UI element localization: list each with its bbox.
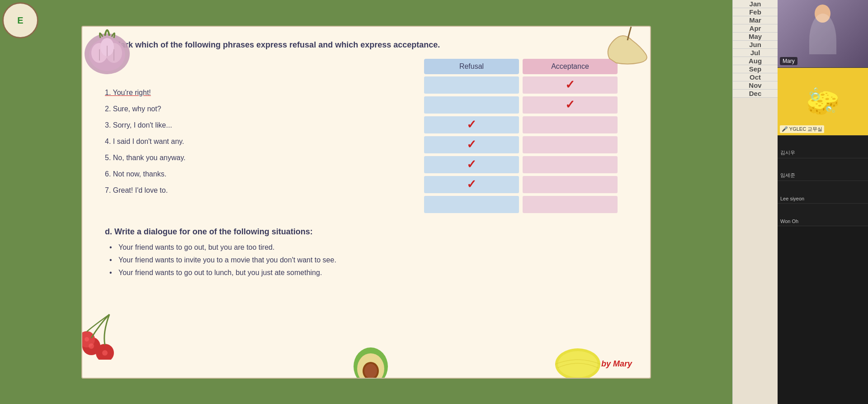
acceptance-cell-5	[523, 156, 618, 173]
month-feb[interactable]: Feb	[733, 8, 778, 16]
check-row-7	[424, 196, 627, 213]
refusal-cell-4: ✓	[424, 136, 519, 153]
question-d-text: d. Write a dialogue for one of the follo…	[105, 227, 627, 237]
checkmark-refusal-5: ✓	[467, 157, 476, 171]
participant-name-label: Won Oh	[780, 219, 798, 224]
participant-slot-won-oh: Won Oh	[778, 204, 868, 226]
slide-paper: c. Mark which of the following phrases e…	[81, 26, 651, 379]
refusal-cell-6: ✓	[424, 176, 519, 193]
logo-circle: E	[2, 2, 38, 38]
mary-avatar-body	[809, 14, 836, 54]
month-mar[interactable]: Mar	[733, 16, 778, 24]
svg-point-13	[85, 337, 89, 342]
acceptance-cell-2: ✓	[523, 96, 618, 114]
participant-mary: Mary	[778, 0, 868, 68]
participant-slot-임세준: 임세준	[778, 158, 868, 181]
phrase-text-3: 3. Sorry, I don't like...	[105, 119, 424, 132]
phrase-row-6: 6. Not now, thanks.	[105, 167, 424, 181]
month-apr[interactable]: Apr	[733, 24, 778, 33]
main-area: E	[0, 0, 778, 404]
phrase-row-5: 5. No, thank you anyway.	[105, 151, 424, 165]
avocado-decoration	[348, 342, 393, 379]
svg-point-12	[102, 350, 108, 356]
checkmark-refusal-4: ✓	[467, 138, 476, 152]
phrase-text-6: 6. Not now, thanks.	[105, 167, 424, 181]
acceptance-cell-7	[523, 196, 618, 213]
phrase-row-4: 4. I said I don't want any.	[105, 135, 424, 148]
refusal-cell-7	[424, 196, 519, 213]
month-aug[interactable]: Aug	[733, 57, 778, 65]
logo-area: E	[2, 2, 47, 43]
other-participants: 김시우임세준Lee siyeonWon Oh	[778, 136, 868, 226]
phrase-row-7: 7. Great! I'd love to.	[105, 184, 424, 197]
participants-panel: Mary 🧽 🎤 YGLEC 교무실 김시우임세준Lee siyeonWon O…	[778, 0, 868, 404]
situation-2: Your friend wants to invite you to a mov…	[109, 256, 627, 264]
lemon-decoration	[551, 342, 605, 379]
check-row-5: ✓	[424, 156, 627, 173]
situation-1: Your friend wants to go out, but you are…	[109, 243, 627, 252]
month-nov[interactable]: Nov	[733, 81, 778, 90]
mary-name-label: Mary	[780, 57, 797, 65]
refusal-cell-3: ✓	[424, 116, 519, 133]
phrase-text-1: 1. You're right!	[105, 86, 424, 100]
months-sidebar: JanFebMarAprMayJunJulAugSepOctNovDec	[732, 0, 778, 404]
phrase-text-4: 4. I said I don't want any.	[105, 135, 424, 148]
check-row-3: ✓	[424, 116, 627, 133]
svg-point-17	[364, 364, 377, 378]
slide-container: E	[0, 0, 732, 404]
situations-list: Your friend wants to go out, but you are…	[105, 243, 627, 277]
garlic-decoration	[81, 26, 137, 76]
refusal-cell-5: ✓	[424, 156, 519, 173]
check-row-4: ✓	[424, 136, 627, 153]
pear-decoration	[600, 26, 651, 67]
yglec-label: 🎤 YGLEC 교무실	[780, 125, 824, 133]
refusal-cell-2	[424, 96, 519, 114]
situation-3: Your friend wants to go out to lunch, bu…	[109, 269, 627, 277]
logo-text: E	[17, 15, 23, 26]
check-table: Refusal Acceptance ✓✓✓✓✓✓	[424, 59, 627, 216]
acceptance-cell-3	[523, 116, 618, 133]
cherries-decoration	[81, 301, 127, 360]
month-jun[interactable]: Jun	[733, 41, 778, 49]
month-sep[interactable]: Sep	[733, 65, 778, 73]
acceptance-cell-1: ✓	[523, 76, 618, 94]
month-jul[interactable]: Jul	[733, 49, 778, 57]
participant-name-label: 김시우	[780, 149, 795, 156]
phrase-text-7: 7. Great! I'd love to.	[105, 184, 424, 197]
participant-slot-김시우: 김시우	[778, 136, 868, 158]
checkmark-acceptance-1: ✓	[565, 78, 575, 92]
month-jan[interactable]: Jan	[733, 0, 778, 8]
phrase-text-2: 2. Sure, why not?	[105, 102, 424, 116]
month-may[interactable]: May	[733, 33, 778, 41]
months-list: JanFebMarAprMayJunJulAugSepOctNovDec	[733, 0, 778, 98]
check-rows: ✓✓✓✓✓✓	[424, 76, 627, 213]
checkmark-refusal-6: ✓	[467, 177, 476, 191]
check-row-6: ✓	[424, 176, 627, 193]
table-header: Refusal Acceptance	[424, 59, 627, 74]
svg-point-19	[558, 351, 598, 377]
month-oct[interactable]: Oct	[733, 73, 778, 81]
phrase-row-3: 3. Sorry, I don't like...	[105, 119, 424, 132]
checkmark-refusal-3: ✓	[467, 118, 476, 132]
phrase-text-5: 5. No, thank you anyway.	[105, 151, 424, 165]
acceptance-cell-4	[523, 136, 618, 153]
participant-slot-lee-siyeon: Lee siyeon	[778, 181, 868, 204]
participant-name-label: 임세준	[780, 172, 795, 179]
participant-spongebob: 🧽 🎤 YGLEC 교무실	[778, 68, 868, 136]
phrase-row-2: 2. Sure, why not?	[105, 102, 424, 116]
check-row-2: ✓	[424, 96, 627, 114]
phrases-column: 1. You're right!2. Sure, why not?3. Sorr…	[105, 59, 424, 216]
phrases-list: 1. You're right!2. Sure, why not?3. Sorr…	[105, 86, 424, 197]
question-c-text: c. Mark which of the following phrases e…	[105, 40, 627, 50]
refusal-cell-1	[424, 76, 519, 94]
check-row-1: ✓	[424, 76, 627, 94]
month-dec[interactable]: Dec	[733, 90, 778, 98]
svg-point-11	[89, 343, 94, 349]
phrase-row-1: 1. You're right!	[105, 86, 424, 100]
acceptance-cell-6	[523, 176, 618, 193]
refusal-header: Refusal	[424, 59, 519, 74]
participant-name-label: Lee siyeon	[780, 196, 804, 201]
checkmark-acceptance-2: ✓	[565, 98, 575, 112]
